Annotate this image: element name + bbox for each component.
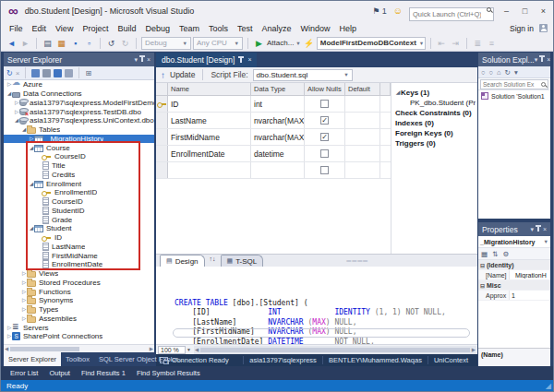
- row-selector[interactable]: [156, 162, 168, 178]
- uncomment-icon[interactable]: ≡: [486, 37, 498, 50]
- tree-item-types[interactable]: ▷Types: [4, 305, 154, 315]
- resize-grip[interactable]: ◢: [546, 382, 551, 390]
- forward-icon[interactable]: ○: [489, 68, 494, 77]
- comment-icon[interactable]: ≣: [472, 37, 484, 50]
- properties-object-select[interactable]: _MigrationHistory ▼: [478, 236, 550, 248]
- tree-item-credits[interactable]: Credits: [4, 171, 154, 180]
- allow-nulls-checkbox[interactable]: ✓: [320, 133, 329, 141]
- panel-tab-sql-server-object-explor[interactable]: SQL Server Object Explor...: [94, 352, 188, 366]
- sign-in-button[interactable]: Sign in: [510, 24, 534, 33]
- allow-nulls-checkbox[interactable]: [320, 100, 329, 108]
- cell-allow-nulls[interactable]: [305, 146, 345, 161]
- save-all-button[interactable]: ▫: [83, 37, 95, 50]
- database-name[interactable]: UniContext: [428, 356, 474, 364]
- property-category-misc[interactable]: ⊟Misc: [478, 280, 550, 291]
- close-icon[interactable]: ×: [547, 56, 550, 63]
- connect-to-azure-icon[interactable]: [54, 69, 62, 77]
- context-item-keys-1[interactable]: ◢Keys (1): [395, 88, 476, 98]
- back-icon[interactable]: ○: [481, 68, 486, 77]
- scroll-left-icon[interactable]: ◀: [5, 346, 8, 351]
- bottom-tab-find-results-1[interactable]: Find Results 1: [76, 369, 131, 377]
- tree-item-asia13797-sqlexpress-testdb-dbo[interactable]: ▷asia13797\sqlexpress.TestDB.dbo: [4, 107, 154, 116]
- collapse-icon[interactable]: ⊟: [480, 262, 485, 268]
- chevron-down-icon[interactable]: ▾: [134, 56, 138, 64]
- menu-item-debug[interactable]: Debug: [140, 24, 175, 33]
- notifications-flag-icon[interactable]: ⚑ 1: [372, 6, 387, 16]
- refresh-icon[interactable]: ↻: [6, 69, 13, 77]
- stop-refresh-icon[interactable]: ×: [16, 69, 20, 77]
- solution-search-input[interactable]: [480, 79, 548, 89]
- cell-allow-nulls[interactable]: ✓: [305, 113, 345, 128]
- pin-icon[interactable]: [537, 227, 539, 232]
- cell-allow-nulls[interactable]: [305, 162, 345, 178]
- close-button[interactable]: ×: [537, 5, 549, 18]
- maximize-button[interactable]: □: [519, 5, 531, 18]
- tsql-code-editor[interactable]: CREATE TABLE [dbo].[Student] ( [ID] INT …: [156, 267, 477, 344]
- grid-row-enrollmentdate[interactable]: EnrollmentDatedatetime: [156, 146, 391, 162]
- menu-item-build[interactable]: Build: [113, 24, 140, 33]
- tree-item-functions[interactable]: ▷Functions: [4, 287, 154, 296]
- cell-name[interactable]: ID: [168, 96, 251, 112]
- tree-item-student[interactable]: ◢Student: [4, 224, 154, 233]
- tree-item-enrollment[interactable]: ◢Enrollment: [4, 179, 154, 188]
- cell-data-type[interactable]: nvarchar(MAX): [251, 129, 305, 145]
- document-tab[interactable]: dbo.Student [Design] ×: [156, 53, 257, 67]
- panel-tab-toolbox[interactable]: Toolbox: [61, 352, 94, 366]
- tab-tsql[interactable]: ▦ T-SQL: [221, 255, 264, 267]
- menu-item-help[interactable]: Help: [335, 24, 362, 33]
- grid-column-header-allow-nulls[interactable]: Allow Nulls: [305, 83, 345, 95]
- scroll-right-icon[interactable]: ▶: [150, 346, 153, 351]
- navigate-forward-button[interactable]: ►: [19, 37, 31, 50]
- menu-item-view[interactable]: View: [51, 24, 78, 33]
- minimize-button[interactable]: –: [500, 5, 512, 18]
- chevron-down-icon[interactable]: ▼: [295, 41, 300, 46]
- chevron-down-icon[interactable]: ▾: [514, 68, 518, 77]
- connect-to-server-icon[interactable]: [42, 69, 51, 77]
- row-selector[interactable]: [156, 129, 168, 145]
- categorized-view-icon[interactable]: ▦: [481, 250, 488, 258]
- indent-icon[interactable]: ⇤: [436, 37, 448, 50]
- context-item-foreign-keys-0[interactable]: Foreign Keys (0): [395, 128, 476, 138]
- tree-item-views[interactable]: ▷Views: [4, 269, 154, 279]
- menu-item-tools[interactable]: Tools: [204, 24, 233, 33]
- bottom-tab-find-symbol-results[interactable]: Find Symbol Results: [131, 369, 206, 377]
- swap-panes-button[interactable]: ↑↓: [207, 255, 219, 267]
- context-item-check-constraints-0[interactable]: Check Constraints (0): [395, 108, 476, 118]
- bottom-tab-output[interactable]: Output: [43, 369, 76, 377]
- chevron-down-icon[interactable]: ▾: [535, 56, 538, 64]
- undo-button[interactable]: ↺: [105, 37, 117, 50]
- outdent-icon[interactable]: ⇥: [450, 37, 462, 50]
- cell-name[interactable]: LastName: [168, 113, 251, 128]
- tree-item-asia13797-sqlexpress-modelfirstdemodb[interactable]: ▷asia13797\sqlexpress.ModelFirstDemoDB..…: [4, 99, 154, 108]
- context-item-pk-dbo-student-primar[interactable]: PK_dbo.Student (Primar: [395, 98, 476, 108]
- open-file-button[interactable]: ▦: [55, 37, 67, 50]
- tree-item-enrollmentid[interactable]: EnrollmentID: [4, 188, 154, 197]
- allow-nulls-checkbox[interactable]: ✓: [320, 116, 329, 125]
- row-selector[interactable]: [156, 113, 168, 128]
- property-category-identity[interactable]: ⊟(Identity): [478, 260, 550, 270]
- server-name[interactable]: asia13797\sqlexpress: [243, 356, 322, 364]
- tree-item-asia13797-sqlexpress-unicontext-dbo[interactable]: ◢asia13797\sqlexpress.UniContext.dbo: [4, 116, 154, 125]
- server-explorer-header[interactable]: Server Explorer ▾ ×: [4, 53, 154, 66]
- cell-default[interactable]: [345, 146, 380, 161]
- home-icon[interactable]: ⌂: [497, 68, 501, 77]
- platform-select[interactable]: Any CPU▼: [193, 37, 243, 50]
- alphabetical-sort-icon[interactable]: ⇅: [492, 250, 498, 258]
- editor-horizontal-scrollbar[interactable]: ◀ ▶: [194, 346, 476, 354]
- redo-button[interactable]: ↻: [119, 37, 131, 50]
- cell-name[interactable]: EnrollmentDate: [168, 146, 251, 161]
- feedback-smiley-icon[interactable]: ☺: [393, 6, 403, 16]
- menu-item-team[interactable]: Team: [175, 24, 204, 33]
- connect-to-database-icon[interactable]: [31, 69, 40, 77]
- pin-icon[interactable]: [541, 57, 543, 62]
- tree-item-assemblies[interactable]: ▷Assemblies: [4, 315, 154, 324]
- tree-item-title[interactable]: Title: [4, 161, 154, 171]
- property-row-name[interactable]: [Name]_MigrationH: [478, 270, 550, 280]
- tree-item-migrationhistory[interactable]: ▷_MigrationHistory: [4, 135, 154, 144]
- allow-nulls-checkbox[interactable]: [320, 166, 329, 174]
- new-project-button[interactable]: ▤: [42, 37, 54, 50]
- debug-configuration-select[interactable]: Debug▼: [141, 37, 191, 50]
- grid-row-id[interactable]: IDint: [156, 96, 391, 113]
- save-button[interactable]: ▪: [69, 37, 81, 50]
- tab-design[interactable]: ▤ Design: [160, 255, 205, 267]
